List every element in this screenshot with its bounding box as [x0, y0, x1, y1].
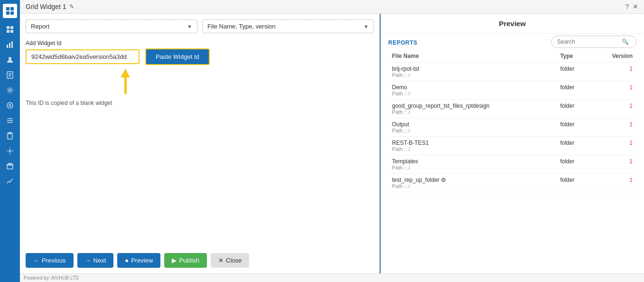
paste-widget-id-button[interactable]: Paste Widget Id — [145, 48, 210, 65]
file-path: Path :: / — [392, 109, 552, 115]
filetype-dropdown-arrow: ▼ — [364, 24, 369, 29]
sidebar-icon-charts[interactable] — [3, 38, 17, 51]
svg-rect-7 — [10, 30, 13, 33]
file-type-cell: folder — [556, 100, 591, 118]
file-name: brij-rpot-tst — [392, 66, 552, 72]
close-window-button[interactable]: ✕ — [633, 3, 638, 10]
col-header-filename: File Name — [388, 50, 556, 63]
main-content: Grid Widget 1 ✎ ? ✕ Report ▼ File Name — [20, 0, 644, 282]
table-row[interactable]: good_group_report_tst_files_rptdesign Pa… — [388, 100, 636, 118]
arrow-up-icon — [121, 69, 130, 77]
sidebar-icon-dashboard[interactable] — [3, 23, 17, 36]
widget-id-row: Paste Widget Id — [26, 48, 374, 65]
report-dropdown[interactable]: Report ▼ — [26, 19, 197, 33]
sidebar-icon-clipboard[interactable] — [3, 129, 17, 142]
sidebar-icon-settings[interactable] — [3, 84, 17, 97]
close-button[interactable]: ✕ Close — [211, 253, 249, 268]
file-name-cell: good_group_report_tst_files_rptdesign Pa… — [388, 100, 556, 118]
file-path: Path :: / — [392, 91, 552, 96]
file-version-cell: 1 — [591, 100, 636, 118]
close-label: Close — [226, 257, 242, 264]
page-title: Grid Widget 1 — [26, 3, 66, 10]
file-name-cell: Demo Path :: / — [388, 81, 556, 100]
file-type-cell: folder — [556, 63, 591, 81]
table-row[interactable]: brij-rpot-tst Path :: / folder 1 — [388, 63, 636, 81]
sidebar-icon-reports[interactable] — [3, 68, 17, 82]
file-type-cell: folder — [556, 81, 591, 100]
right-panel: Preview REPORTS 🔍 File Name Ty — [381, 14, 644, 273]
next-arrow-icon: → — [85, 257, 91, 264]
svg-point-24 — [9, 150, 11, 152]
widget-id-input[interactable] — [26, 49, 140, 64]
file-path: Path :: / — [392, 165, 552, 170]
file-version-cell: 1 — [591, 174, 636, 192]
table-row[interactable]: REST-B-TES1 Path :: / folder 1 — [388, 137, 636, 155]
file-name: Output — [392, 121, 552, 128]
file-path: Path :: / — [392, 128, 552, 133]
annotation-text: This ID is copied of a blank widget — [26, 100, 374, 106]
table-row[interactable]: Demo Path :: / folder 1 — [388, 81, 636, 100]
left-panel: Report ▼ File Name, Type, version ▼ Add … — [20, 14, 381, 273]
file-name-cell: Output Path :: / — [388, 118, 556, 137]
widget-id-label: Add Widget Id — [26, 40, 374, 47]
file-name: Templates — [392, 158, 552, 165]
svg-rect-0 — [6, 7, 9, 10]
title-bar-controls: ? ✕ — [625, 3, 638, 10]
file-name: REST-B-TES1 — [392, 140, 552, 146]
svg-rect-5 — [10, 26, 13, 29]
file-name-cell: brij-rpot-tst Path :: / — [388, 63, 556, 81]
title-bar-left: Grid Widget 1 ✎ — [26, 3, 74, 10]
sidebar — [0, 0, 20, 282]
table-row[interactable]: test_rep_up_folder ⚙ Path :: / folder 1 — [388, 174, 636, 192]
content-split: Report ▼ File Name, Type, version ▼ Add … — [20, 14, 644, 273]
report-dropdown-arrow: ▼ — [187, 24, 192, 29]
table-row[interactable]: Output Path :: / folder 1 — [388, 118, 636, 137]
next-label: Next — [93, 257, 106, 264]
preview-button[interactable]: ● Preview — [117, 253, 160, 268]
file-version-cell: 1 — [591, 81, 636, 100]
file-name-cell: test_rep_up_folder ⚙ Path :: / — [388, 174, 556, 192]
svg-point-16 — [9, 89, 11, 92]
sidebar-logo — [3, 4, 17, 18]
search-icon: 🔍 — [622, 38, 629, 45]
preview-header: Preview — [381, 14, 644, 34]
file-special-icon: ⚙ — [441, 177, 446, 183]
svg-point-18 — [9, 104, 11, 106]
sidebar-icon-menu[interactable] — [3, 114, 17, 127]
footer-buttons: ← Previous → Next ● Preview ▶ Publish — [26, 248, 374, 268]
preview-content: REPORTS 🔍 File Name Type Version — [381, 34, 644, 273]
previous-button[interactable]: ← Previous — [26, 253, 74, 268]
file-table: File Name Type Version brij-rpot-tst Pat… — [388, 50, 636, 192]
close-x-icon: ✕ — [218, 257, 224, 264]
col-header-type: Type — [556, 50, 591, 63]
edit-icon[interactable]: ✎ — [69, 3, 74, 10]
sidebar-icon-circle[interactable] — [3, 99, 17, 112]
file-path: Path :: / — [392, 146, 552, 152]
file-name-cell: Templates Path :: / — [388, 155, 556, 174]
sidebar-icon-package[interactable] — [3, 160, 17, 173]
svg-rect-8 — [7, 45, 8, 48]
sidebar-icon-users[interactable] — [3, 53, 17, 66]
filetype-dropdown-value: File Name, Type, version — [207, 23, 276, 30]
sidebar-icon-analytics[interactable] — [3, 175, 17, 188]
file-path: Path :: / — [392, 72, 552, 78]
filetype-dropdown[interactable]: File Name, Type, version ▼ — [202, 19, 374, 33]
file-version-cell: 1 — [591, 137, 636, 155]
file-name: Demo — [392, 84, 552, 91]
help-button[interactable]: ? — [625, 3, 629, 10]
next-button[interactable]: → Next — [77, 253, 114, 268]
file-type-cell: folder — [556, 155, 591, 174]
publish-play-icon: ▶ — [172, 257, 177, 264]
svg-rect-4 — [7, 26, 9, 29]
publish-button[interactable]: ▶ Publish — [164, 253, 207, 268]
reports-label: REPORTS — [388, 34, 418, 50]
file-version-cell: 1 — [591, 118, 636, 137]
svg-rect-9 — [9, 43, 10, 48]
file-type-cell: folder — [556, 118, 591, 137]
table-row[interactable]: Templates Path :: / folder 1 — [388, 155, 636, 174]
file-version-cell: 1 — [591, 155, 636, 174]
search-input[interactable] — [557, 38, 619, 45]
file-type-cell: folder — [556, 137, 591, 155]
sidebar-icon-gear[interactable] — [3, 144, 17, 158]
file-name: test_rep_up_folder ⚙ — [392, 177, 552, 183]
